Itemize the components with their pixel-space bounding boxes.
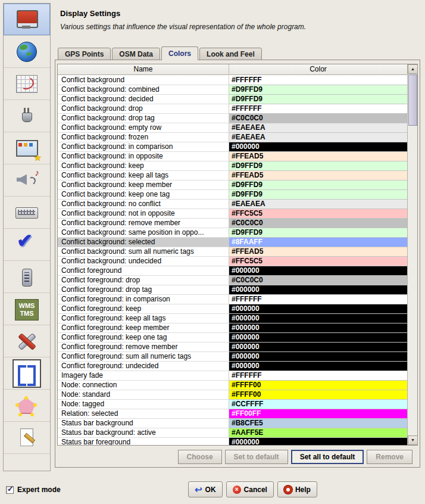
color-table-row[interactable]: Node: tagged#CCFFFF <box>58 400 407 409</box>
color-table-row[interactable]: Conflict background: keep#D9FFD9 <box>58 161 407 171</box>
color-name-cell[interactable]: Conflict foreground: remove member <box>58 343 229 352</box>
ok-button[interactable]: ↩ OK <box>188 481 223 497</box>
tab-gps-points[interactable]: GPS Points <box>58 48 111 60</box>
color-name-cell[interactable]: Conflict background: undecided <box>58 257 229 266</box>
color-table-row[interactable]: Conflict foreground: sum all numeric tag… <box>58 352 407 362</box>
color-table-row[interactable]: Conflict foreground: keep all tags#00000… <box>58 314 407 323</box>
color-value-cell[interactable]: #FFFFFF <box>229 76 407 85</box>
sidebar-item-tools[interactable] <box>4 325 50 357</box>
choose-button[interactable]: Choose <box>178 450 222 464</box>
color-value-cell[interactable]: #D9FFD9 <box>229 85 407 95</box>
color-value-cell[interactable]: #EAEAEA <box>229 200 407 209</box>
color-table-row[interactable]: Conflict background: sum all numeric tag… <box>58 247 407 257</box>
sidebar-item-connection[interactable] <box>4 36 50 68</box>
remove-button[interactable]: Remove <box>367 450 412 464</box>
color-name-cell[interactable]: Conflict foreground: keep all tags <box>58 314 229 323</box>
sidebar-item-advanced[interactable] <box>4 422 50 454</box>
color-value-cell[interactable]: #8FAAFF <box>229 238 407 247</box>
color-table-row[interactable]: Conflict foreground: drop#C0C0C0 <box>58 276 407 285</box>
color-table-row[interactable]: Conflict background: frozen#EAEAEA <box>58 133 407 142</box>
color-name-cell[interactable]: Conflict background: in opposite <box>58 152 229 161</box>
color-table-row[interactable]: Conflict background: keep all tags#FFEAD… <box>58 171 407 181</box>
color-table-row[interactable]: Conflict background: drop tag#C0C0C0 <box>58 114 407 123</box>
color-name-cell[interactable]: Conflict foreground: in comparison <box>58 295 229 304</box>
color-name-cell[interactable]: Conflict background: selected <box>58 238 229 247</box>
color-name-cell[interactable]: Conflict background: drop tag <box>58 114 229 123</box>
color-table-row[interactable]: Status bar foreground#000000 <box>58 438 407 445</box>
expert-mode-checkbox[interactable]: ✓ <box>6 486 14 494</box>
color-table-row[interactable]: Imagery fade#FFFFFF <box>58 371 407 381</box>
sidebar-item-plug[interactable] <box>4 100 50 132</box>
color-value-cell[interactable]: #000000 <box>229 323 407 333</box>
color-name-cell[interactable]: Status bar background <box>58 419 229 428</box>
color-value-cell[interactable]: #EAEAEA <box>229 123 407 133</box>
color-value-cell[interactable]: #FFEAD5 <box>229 152 407 161</box>
sidebar-item-remote-control[interactable] <box>4 261 50 293</box>
color-value-cell[interactable]: #FF00FF <box>229 409 407 419</box>
color-value-cell[interactable]: #000000 <box>229 285 407 295</box>
color-name-cell[interactable]: Status bar foreground <box>58 438 229 445</box>
color-name-cell[interactable]: Conflict background <box>58 76 229 85</box>
color-value-cell[interactable]: #EAEAEA <box>229 133 407 142</box>
color-table-row[interactable]: Status bar background: active#AAFF5E <box>58 428 407 438</box>
tab-look-and-feel[interactable]: Look and Feel <box>199 48 262 60</box>
color-table-row[interactable]: Conflict background: no conflict#EAEAEA <box>58 200 407 209</box>
color-name-cell[interactable]: Imagery fade <box>58 371 229 381</box>
color-value-cell[interactable]: #FFFF00 <box>229 390 407 400</box>
color-table-row[interactable]: Conflict background: keep member#D9FFD9 <box>58 181 407 190</box>
color-value-cell[interactable]: #C0C0C0 <box>229 276 407 285</box>
color-value-cell[interactable]: #000000 <box>229 438 407 445</box>
color-table-row[interactable]: Relation: selected#FF00FF <box>58 409 407 419</box>
color-table-row[interactable]: Node: standard#FFFF00 <box>58 390 407 400</box>
color-name-cell[interactable]: Conflict background: drop <box>58 104 229 114</box>
color-name-cell[interactable]: Conflict background: in comparison <box>58 142 229 152</box>
color-name-cell[interactable]: Conflict background: empty row <box>58 123 229 133</box>
color-table-row[interactable]: Conflict background: keep one tag#D9FFD9 <box>58 190 407 200</box>
color-name-cell[interactable]: Conflict background: keep all tags <box>58 171 229 181</box>
color-name-cell[interactable]: Status bar background: active <box>58 428 229 438</box>
color-value-cell[interactable]: #B8CFE5 <box>229 419 407 428</box>
cancel-button[interactable]: × Cancel <box>226 481 274 497</box>
color-table-row[interactable]: Conflict background: in comparison#00000… <box>58 142 407 152</box>
sidebar-item-presets[interactable] <box>4 390 50 422</box>
color-value-cell[interactable]: #FFC5C5 <box>229 257 407 266</box>
color-name-cell[interactable]: Conflict foreground: drop <box>58 276 229 285</box>
color-name-cell[interactable]: Conflict foreground: sum all numeric tag… <box>58 352 229 362</box>
color-name-cell[interactable]: Node: connection <box>58 381 229 390</box>
sidebar-item-audio[interactable]: ♪ <box>4 164 50 197</box>
color-value-cell[interactable]: #FFFFFF <box>229 371 407 381</box>
column-header-color[interactable]: Color <box>229 64 407 74</box>
color-name-cell[interactable]: Conflict foreground <box>58 266 229 276</box>
color-table-row[interactable]: Conflict background: combined#D9FFD9 <box>58 85 407 95</box>
color-table-row[interactable]: Conflict foreground: keep#000000 <box>58 304 407 314</box>
set-to-default-button[interactable]: Set to default <box>225 450 288 464</box>
vertical-scrollbar[interactable]: ▲ ▼ <box>407 64 417 445</box>
color-table-row[interactable]: Conflict foreground#000000 <box>58 266 407 276</box>
scroll-down-icon[interactable]: ▼ <box>408 435 418 445</box>
help-button[interactable]: Help <box>277 481 317 497</box>
color-value-cell[interactable]: #000000 <box>229 362 407 371</box>
color-table-row[interactable]: Conflict foreground: undecided#000000 <box>58 362 407 371</box>
color-table-row[interactable]: Conflict foreground: in comparison#FFFFF… <box>58 295 407 304</box>
tab-colors[interactable]: Colors <box>161 46 198 60</box>
color-table-row[interactable]: Conflict background: not in opposite#FFC… <box>58 209 407 219</box>
color-name-cell[interactable]: Conflict background: frozen <box>58 133 229 142</box>
color-name-cell[interactable]: Conflict background: decided <box>58 95 229 104</box>
color-table-row[interactable]: Conflict background: same position in op… <box>58 228 407 238</box>
color-table-row[interactable]: Conflict background: remove member#C0C0C… <box>58 219 407 228</box>
color-value-cell[interactable]: #AAFF5E <box>229 428 407 438</box>
column-header-name[interactable]: Name <box>58 64 229 74</box>
color-value-cell[interactable]: #000000 <box>229 352 407 362</box>
color-value-cell[interactable]: #CCFFFF <box>229 400 407 409</box>
color-name-cell[interactable]: Conflict foreground: keep one tag <box>58 333 229 343</box>
color-value-cell[interactable]: #000000 <box>229 314 407 323</box>
color-table-row[interactable]: Conflict foreground: keep one tag#000000 <box>58 333 407 343</box>
color-name-cell[interactable]: Conflict background: combined <box>58 85 229 95</box>
color-name-cell[interactable]: Conflict foreground: keep <box>58 304 229 314</box>
color-table-row[interactable]: Conflict background: empty row#EAEAEA <box>58 123 407 133</box>
set-all-to-default-button[interactable]: Set all to default <box>291 450 364 464</box>
color-value-cell[interactable]: #FFEAD5 <box>229 171 407 181</box>
color-table-row[interactable]: Status bar background#B8CFE5 <box>58 419 407 428</box>
sidebar-item-display-settings[interactable] <box>4 4 50 36</box>
color-name-cell[interactable]: Conflict background: not in opposite <box>58 209 229 219</box>
